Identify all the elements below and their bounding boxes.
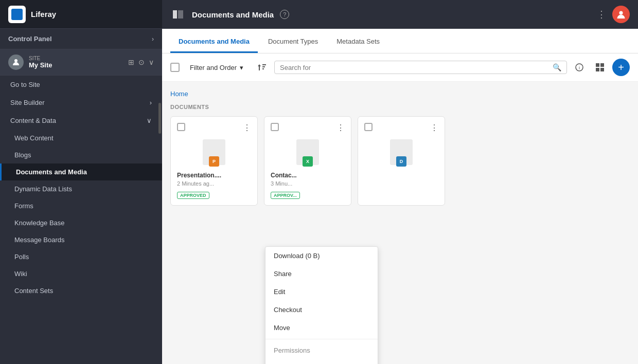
add-button[interactable]: + (612, 59, 630, 76)
sidebar-item-label: Knowledge Base (14, 219, 65, 227)
documents-grid: ⋮ P Presentation.... 2 Minutes ag... APP… (170, 116, 630, 206)
sidebar: Liferay Control Panel › SITE My Site ⊞ ⊙… (0, 0, 162, 364)
sidebar-item-label: Polls (14, 253, 29, 261)
sidebar-item-label: Wiki (14, 270, 27, 278)
sidebar-item-label: Content & Data (10, 117, 56, 124)
card-checkbox[interactable] (177, 123, 185, 131)
site-info: SITE My Site (29, 56, 128, 69)
view-toggle-button[interactable] (592, 59, 608, 76)
sidebar-item-message-boards[interactable]: Message Boards (0, 231, 162, 248)
sort-button[interactable] (254, 60, 270, 75)
status-badge: APPROVED (177, 192, 209, 199)
sidebar-item-polls[interactable]: Polls (0, 248, 162, 265)
card-menu-button[interactable]: ⋮ (336, 123, 345, 133)
document-time: 2 Minutes ag... (177, 180, 251, 187)
sidebar-item-label: Forms (14, 202, 33, 210)
context-menu-item-download[interactable]: Download (0 B) (265, 247, 378, 265)
help-icon[interactable]: ? (280, 10, 289, 19)
avatar (8, 54, 24, 70)
svg-point-0 (14, 59, 17, 62)
card-header: ⋮ (364, 123, 438, 133)
page-title: Documents and Media (192, 10, 274, 19)
filter-order-button[interactable]: Filter and Order ▾ (184, 61, 250, 75)
kebab-menu-icon[interactable]: ⋮ (597, 9, 606, 20)
sidebar-item-dynamic-data-lists[interactable]: Dynamic Data Lists (0, 180, 162, 197)
panel-toggle-button[interactable] (170, 8, 186, 21)
sidebar-nav: Go to Site Site Builder › Content & Data… (0, 76, 162, 299)
svg-text:i: i (579, 65, 580, 70)
card-icon-area: D (364, 137, 438, 168)
user-avatar[interactable] (612, 6, 630, 23)
control-panel-arrow: › (152, 35, 154, 43)
context-menu-item-recycle-bin[interactable]: Move to Recycle Bin (265, 359, 378, 364)
svg-rect-2 (178, 10, 183, 19)
search-input[interactable] (280, 64, 553, 71)
sidebar-item-documents-media[interactable]: Documents and Media (0, 163, 162, 180)
svg-rect-8 (596, 68, 599, 71)
document-title: Presentation.... (177, 172, 251, 179)
svg-rect-1 (173, 10, 177, 19)
sidebar-item-content-data[interactable]: Content & Data ∨ (0, 112, 162, 130)
document-card-1[interactable]: ⋮ P Presentation.... 2 Minutes ag... APP… (170, 116, 258, 206)
context-menu-item-edit[interactable]: Edit (265, 283, 378, 301)
breadcrumb[interactable]: Home (170, 90, 630, 98)
context-menu-item-share[interactable]: Share (265, 265, 378, 283)
select-all-checkbox[interactable] (170, 63, 180, 72)
sidebar-item-label: Documents and Media (16, 168, 87, 176)
tab-metadata-sets[interactable]: Metadata Sets (328, 31, 388, 53)
sidebar-item-forms[interactable]: Forms (0, 197, 162, 214)
sidebar-item-label: Blogs (14, 151, 31, 159)
site-chevron-icon[interactable]: ∨ (149, 58, 154, 66)
add-page-icon[interactable]: ⊞ (128, 58, 134, 66)
sidebar-item-wiki[interactable]: Wiki (0, 265, 162, 282)
card-menu-button[interactable]: ⋮ (430, 123, 438, 133)
tab-documents-and-media[interactable]: Documents and Media (170, 31, 258, 53)
card-header: ⋮ (177, 123, 251, 133)
document-time: 3 Minu... (271, 180, 345, 187)
site-section[interactable]: SITE My Site ⊞ ⊙ ∨ (0, 49, 162, 76)
status-badge: APPROV... (271, 192, 300, 199)
document-card-3[interactable]: ⋮ D (358, 116, 445, 206)
context-menu-item-permissions[interactable]: Permissions (265, 341, 378, 359)
context-menu-item-checkout[interactable]: Checkout (265, 301, 378, 319)
file-type-badge: P (209, 156, 219, 167)
card-checkbox[interactable] (271, 123, 279, 131)
context-menu-item-move[interactable]: Move (265, 319, 378, 337)
svg-rect-9 (600, 68, 604, 71)
card-checkbox[interactable] (364, 123, 373, 131)
document-title: Contac... (271, 172, 345, 179)
brand-name: Liferay (31, 10, 56, 19)
sidebar-item-content-sets[interactable]: Content Sets (0, 282, 162, 299)
document-card-2[interactable]: ⋮ X Contac... 3 Minu... APPROV... (264, 116, 351, 206)
top-bar-left: Documents and Media ? (170, 8, 289, 21)
top-bar: Documents and Media ? ⋮ (162, 0, 638, 29)
card-header: ⋮ (271, 123, 345, 133)
tab-document-types[interactable]: Document Types (260, 31, 326, 53)
site-type-label: SITE (29, 56, 128, 61)
section-label: DOCUMENTS (170, 104, 630, 110)
site-actions: ⊞ ⊙ ∨ (128, 58, 154, 66)
chevron-down-icon: ∨ (147, 117, 152, 124)
chevron-right-icon: › (150, 99, 152, 106)
card-menu-button[interactable]: ⋮ (243, 123, 251, 133)
sidebar-item-knowledge-base[interactable]: Knowledge Base (0, 214, 162, 231)
sidebar-item-site-builder[interactable]: Site Builder › (0, 94, 162, 112)
sidebar-item-blogs[interactable]: Blogs (0, 147, 162, 163)
sidebar-item-go-to-site[interactable]: Go to Site (0, 76, 162, 94)
svg-rect-6 (596, 63, 599, 67)
scroll-indicator (158, 103, 161, 134)
context-menu: Download (0 B) Share Edit Checkout Move … (265, 246, 378, 364)
sidebar-item-label: Message Boards (14, 236, 65, 244)
sidebar-item-label: Content Sets (14, 287, 53, 295)
svg-point-3 (619, 11, 623, 15)
toolbar: Filter and Order ▾ 🔍 i + (162, 53, 638, 82)
card-icon-area: X (271, 137, 345, 168)
info-button[interactable]: i (571, 59, 588, 76)
navigate-icon[interactable]: ⊙ (138, 58, 145, 66)
liferay-logo (8, 6, 26, 23)
control-panel-section[interactable]: Control Panel › (0, 29, 162, 49)
search-icon: 🔍 (553, 63, 561, 71)
svg-rect-7 (600, 63, 604, 67)
sidebar-item-web-content[interactable]: Web Content (0, 130, 162, 147)
tabs-bar: Documents and Media Document Types Metad… (162, 29, 638, 53)
